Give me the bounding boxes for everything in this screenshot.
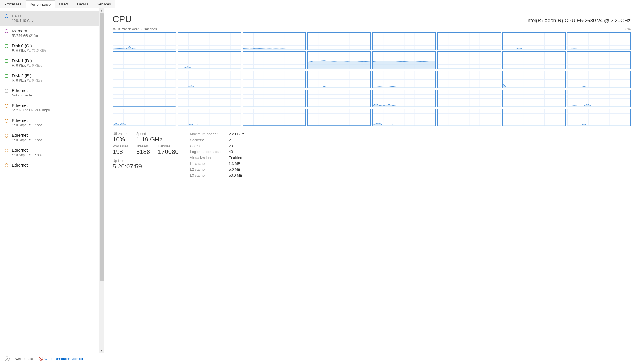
sidebar-item-10[interactable]: Ethernet	[0, 160, 99, 171]
cpu-core-chart-10	[243, 51, 306, 69]
tab-services[interactable]: Services	[93, 0, 115, 8]
cpu-core-chart-36	[372, 109, 436, 126]
spec-value: 2.20 GHz	[229, 132, 244, 136]
utilization-value: 10%	[113, 136, 128, 143]
cpu-core-chart-35	[307, 109, 371, 126]
cpu-core-chart-22	[502, 71, 566, 88]
tab-details[interactable]: Details	[73, 0, 93, 8]
sidebar-item-title: Disk 1 (D:)	[12, 58, 42, 63]
cpu-core-chart-33	[178, 109, 241, 126]
cpu-core-chart-21	[437, 71, 501, 88]
sidebar-item-6[interactable]: Ethernet S: 232 Kbps R: 408 Kbps	[0, 100, 99, 115]
cpu-core-chart-20	[372, 71, 436, 88]
tab-users[interactable]: Users	[55, 0, 73, 8]
spec-label: L3 cache:	[190, 173, 221, 177]
cpu-core-chart-32	[113, 109, 176, 126]
status-circle-icon	[5, 44, 8, 48]
status-circle-icon	[5, 119, 8, 123]
cpu-core-chart-7	[567, 32, 631, 50]
spec-value: 2	[229, 138, 244, 142]
speed-label: Speed	[136, 132, 178, 136]
sidebar-item-9[interactable]: Ethernet S: 0 Kbps R: 0 Kbps	[0, 145, 99, 160]
cpu-core-chart-23	[567, 71, 631, 88]
uptime-label: Up time	[113, 159, 178, 163]
spec-value: 40	[229, 150, 244, 154]
cpu-core-chart-16	[113, 71, 176, 88]
cpu-core-chart-11	[307, 51, 371, 69]
cpu-core-chart-0	[113, 32, 176, 50]
cpu-core-chart-12	[372, 51, 436, 69]
sidebar-item-title: Ethernet	[12, 88, 33, 93]
handles-label: Handles	[158, 144, 178, 148]
cpu-core-chart-14	[502, 51, 566, 69]
chevron-up-icon: ∧	[5, 356, 10, 361]
sidebar-item-title: Memory	[12, 28, 38, 33]
cpu-core-chart-19	[307, 71, 371, 88]
threads-label: Threads	[136, 144, 150, 148]
sidebar-item-sub: 10% 1.19 GHz	[12, 19, 34, 23]
cpu-core-chart-5	[437, 32, 501, 50]
sidebar-item-7[interactable]: Ethernet S: 0 Kbps R: 0 Kbps	[0, 115, 99, 130]
sidebar-scrollbar[interactable]: ∧ ∨	[99, 8, 104, 353]
spec-label: Virtualization:	[190, 156, 221, 160]
spec-label: Maximum speed:	[190, 132, 221, 136]
sidebar-item-sub: R: 0 KB/s W: 0 KB/s	[12, 64, 42, 68]
spec-value: 1.3 MB	[229, 161, 244, 166]
sidebar-item-sub: S: 232 Kbps R: 408 Kbps	[12, 108, 50, 112]
scroll-thumb[interactable]	[100, 13, 104, 281]
resource-sidebar: CPU 10% 1.19 GHz Memory 55/256 GB (21%) …	[0, 8, 99, 353]
spec-value: 5.0 MB	[229, 167, 244, 172]
cpu-core-chart-4	[372, 32, 436, 50]
scroll-down-icon[interactable]: ∨	[99, 349, 104, 353]
cpu-core-chart-24	[113, 90, 176, 107]
cpu-core-chart-13	[437, 51, 501, 69]
sidebar-item-title: Disk 0 (C:)	[12, 43, 47, 48]
utilization-label: Utilization	[113, 132, 128, 136]
tab-performance[interactable]: Performance	[26, 0, 55, 8]
tab-processes[interactable]: Processes	[0, 0, 26, 8]
speed-value: 1.19 GHz	[136, 136, 178, 143]
scroll-up-icon[interactable]: ∧	[99, 8, 104, 13]
sidebar-item-5[interactable]: Ethernet Not connected	[0, 85, 99, 100]
sidebar-item-title: Ethernet	[12, 133, 42, 138]
processes-value: 198	[113, 148, 128, 156]
graph-label-left: % Utilization over 60 seconds	[113, 27, 157, 31]
status-circle-icon	[5, 59, 8, 63]
sidebar-item-sub: S: 0 Kbps R: 0 Kbps	[12, 138, 42, 142]
resource-monitor-label: Open Resource Monitor	[44, 357, 83, 361]
sidebar-item-title: Ethernet	[12, 103, 50, 108]
cpu-core-chart-39	[567, 109, 631, 126]
status-circle-icon	[5, 149, 8, 152]
sidebar-item-sub: 55/256 GB (21%)	[12, 34, 38, 38]
sidebar-item-1[interactable]: Memory 55/256 GB (21%)	[0, 26, 99, 41]
sidebar-item-title: Ethernet	[12, 118, 42, 123]
sidebar-item-4[interactable]: Disk 2 (E:) R: 0 KB/s W: 0 KB/s	[0, 70, 99, 85]
fewer-details-button[interactable]: ∧ Fewer details	[5, 356, 33, 361]
handles-value: 170080	[158, 148, 178, 156]
spec-label: Logical processors:	[190, 150, 221, 154]
sidebar-item-sub: R: 0 KB/s W: 73.5 KB/s	[12, 49, 47, 53]
uptime-value: 5:20:07:59	[113, 163, 178, 170]
sidebar-item-3[interactable]: Disk 1 (D:) R: 0 KB/s W: 0 KB/s	[0, 55, 99, 70]
status-circle-icon	[5, 74, 8, 78]
cpu-core-chart-17	[178, 71, 241, 88]
cpu-core-chart-8	[113, 51, 176, 69]
fewer-details-label: Fewer details	[11, 357, 33, 361]
cpu-core-chart-18	[243, 71, 306, 88]
sidebar-item-title: Ethernet	[12, 163, 28, 167]
status-circle-icon	[5, 104, 8, 108]
sidebar-item-title: CPU	[12, 14, 34, 18]
status-circle-icon	[5, 14, 8, 18]
cpu-core-chart-29	[437, 90, 501, 107]
sidebar-item-2[interactable]: Disk 0 (C:) R: 0 KB/s W: 73.5 KB/s	[0, 41, 99, 55]
sidebar-item-8[interactable]: Ethernet S: 0 Kbps R: 0 Kbps	[0, 130, 99, 145]
sidebar-item-title: Disk 2 (E:)	[12, 73, 42, 78]
cpu-core-chart-3	[307, 32, 371, 50]
cpu-core-chart-9	[178, 51, 241, 69]
cpu-core-chart-34	[243, 109, 306, 126]
graph-label-right: 100%	[622, 27, 631, 31]
sidebar-item-0[interactable]: CPU 10% 1.19 GHz	[0, 11, 99, 26]
sidebar-item-sub: S: 0 Kbps R: 0 Kbps	[12, 153, 42, 157]
open-resource-monitor-link[interactable]: Open Resource Monitor	[39, 357, 83, 361]
spec-label: L2 cache:	[190, 167, 221, 172]
